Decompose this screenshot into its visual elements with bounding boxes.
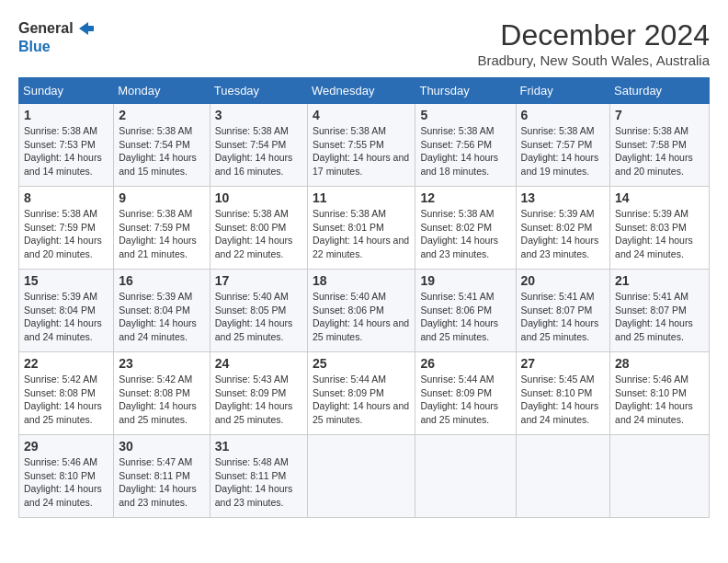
header-tuesday: Tuesday <box>210 78 307 104</box>
calendar-cell: 4 Sunrise: 5:38 AMSunset: 7:55 PMDayligh… <box>308 104 415 187</box>
day-info: Sunrise: 5:41 AMSunset: 8:06 PMDaylight:… <box>420 291 498 342</box>
day-number: 5 <box>420 108 510 122</box>
calendar-cell: 30 Sunrise: 5:47 AMSunset: 8:11 PMDaylig… <box>114 435 210 518</box>
day-info: Sunrise: 5:38 AMSunset: 7:53 PMDaylight:… <box>24 125 102 177</box>
day-number: 19 <box>420 273 510 288</box>
days-header-row: Sunday Monday Tuesday Wednesday Thursday… <box>19 78 710 104</box>
calendar-week-row: 22 Sunrise: 5:42 AMSunset: 8:08 PMDaylig… <box>19 352 710 435</box>
calendar-cell: 13 Sunrise: 5:39 AMSunset: 8:02 PMDaylig… <box>516 187 610 270</box>
header-friday: Friday <box>516 78 610 104</box>
calendar-cell: 17 Sunrise: 5:40 AMSunset: 8:05 PMDaylig… <box>210 270 307 352</box>
day-number: 12 <box>420 190 510 205</box>
header-thursday: Thursday <box>415 78 516 104</box>
day-info: Sunrise: 5:42 AMSunset: 8:08 PMDaylight:… <box>24 373 102 425</box>
calendar-cell: 7 Sunrise: 5:38 AMSunset: 7:58 PMDayligh… <box>610 104 710 187</box>
calendar-cell: 27 Sunrise: 5:45 AMSunset: 8:10 PMDaylig… <box>516 352 610 435</box>
logo-arrow-icon <box>75 18 96 39</box>
day-number: 10 <box>215 190 302 205</box>
day-number: 9 <box>119 190 204 205</box>
day-number: 16 <box>119 273 204 288</box>
day-info: Sunrise: 5:38 AMSunset: 8:01 PMDaylight:… <box>313 208 409 259</box>
logo: General Blue <box>18 18 96 55</box>
day-info: Sunrise: 5:38 AMSunset: 7:58 PMDaylight:… <box>615 125 693 177</box>
header-saturday: Saturday <box>610 78 710 104</box>
month-title: December 2024 <box>477 18 710 52</box>
svg-marker-0 <box>79 22 94 35</box>
day-info: Sunrise: 5:39 AMSunset: 8:04 PMDaylight:… <box>24 291 102 342</box>
day-info: Sunrise: 5:38 AMSunset: 7:59 PMDaylight:… <box>119 208 197 259</box>
day-info: Sunrise: 5:40 AMSunset: 8:05 PMDaylight:… <box>215 291 293 342</box>
day-info: Sunrise: 5:44 AMSunset: 8:09 PMDaylight:… <box>313 373 409 425</box>
day-info: Sunrise: 5:43 AMSunset: 8:09 PMDaylight:… <box>215 373 293 425</box>
calendar-cell: 18 Sunrise: 5:40 AMSunset: 8:06 PMDaylig… <box>308 270 415 352</box>
day-number: 18 <box>313 273 410 288</box>
header-monday: Monday <box>114 78 210 104</box>
day-number: 1 <box>24 108 108 122</box>
header-sunday: Sunday <box>19 78 114 104</box>
calendar-cell <box>415 435 516 518</box>
calendar-cell: 24 Sunrise: 5:43 AMSunset: 8:09 PMDaylig… <box>210 352 307 435</box>
calendar-cell: 3 Sunrise: 5:38 AMSunset: 7:54 PMDayligh… <box>210 104 307 187</box>
day-number: 24 <box>215 356 302 371</box>
calendar-cell: 1 Sunrise: 5:38 AMSunset: 7:53 PMDayligh… <box>19 104 114 187</box>
calendar-cell <box>308 435 415 518</box>
day-info: Sunrise: 5:48 AMSunset: 8:11 PMDaylight:… <box>215 456 293 508</box>
day-number: 20 <box>521 273 606 288</box>
day-info: Sunrise: 5:38 AMSunset: 7:57 PMDaylight:… <box>521 125 599 177</box>
day-number: 17 <box>215 273 302 288</box>
day-number: 14 <box>615 190 704 205</box>
day-number: 8 <box>24 190 108 205</box>
day-info: Sunrise: 5:38 AMSunset: 8:02 PMDaylight:… <box>420 208 498 259</box>
day-info: Sunrise: 5:40 AMSunset: 8:06 PMDaylight:… <box>313 291 409 342</box>
day-info: Sunrise: 5:46 AMSunset: 8:10 PMDaylight:… <box>24 456 102 508</box>
calendar-cell: 11 Sunrise: 5:38 AMSunset: 8:01 PMDaylig… <box>308 187 415 270</box>
calendar-cell: 2 Sunrise: 5:38 AMSunset: 7:54 PMDayligh… <box>114 104 210 187</box>
calendar-week-row: 15 Sunrise: 5:39 AMSunset: 8:04 PMDaylig… <box>19 270 710 352</box>
day-number: 13 <box>521 190 606 205</box>
calendar-cell: 10 Sunrise: 5:38 AMSunset: 8:00 PMDaylig… <box>210 187 307 270</box>
day-info: Sunrise: 5:39 AMSunset: 8:03 PMDaylight:… <box>615 208 693 259</box>
day-number: 28 <box>615 356 704 371</box>
day-info: Sunrise: 5:46 AMSunset: 8:10 PMDaylight:… <box>615 373 693 425</box>
day-number: 4 <box>313 108 410 122</box>
day-info: Sunrise: 5:38 AMSunset: 7:55 PMDaylight:… <box>313 125 409 177</box>
calendar-cell: 28 Sunrise: 5:46 AMSunset: 8:10 PMDaylig… <box>610 352 710 435</box>
day-number: 30 <box>119 439 204 454</box>
calendar-cell: 9 Sunrise: 5:38 AMSunset: 7:59 PMDayligh… <box>114 187 210 270</box>
day-number: 15 <box>24 273 108 288</box>
day-number: 3 <box>215 108 302 122</box>
calendar-cell <box>516 435 610 518</box>
day-number: 21 <box>615 273 704 288</box>
calendar-cell: 14 Sunrise: 5:39 AMSunset: 8:03 PMDaylig… <box>610 187 710 270</box>
calendar-cell: 25 Sunrise: 5:44 AMSunset: 8:09 PMDaylig… <box>308 352 415 435</box>
day-number: 26 <box>420 356 510 371</box>
day-info: Sunrise: 5:41 AMSunset: 8:07 PMDaylight:… <box>521 291 599 342</box>
calendar-cell: 20 Sunrise: 5:41 AMSunset: 8:07 PMDaylig… <box>516 270 610 352</box>
day-number: 31 <box>215 439 302 454</box>
day-number: 27 <box>521 356 606 371</box>
day-number: 7 <box>615 108 704 122</box>
day-info: Sunrise: 5:41 AMSunset: 8:07 PMDaylight:… <box>615 291 693 342</box>
calendar-week-row: 1 Sunrise: 5:38 AMSunset: 7:53 PMDayligh… <box>19 104 710 187</box>
day-info: Sunrise: 5:38 AMSunset: 7:56 PMDaylight:… <box>420 125 498 177</box>
day-number: 29 <box>24 439 108 454</box>
day-number: 6 <box>521 108 606 122</box>
day-number: 25 <box>313 356 410 371</box>
day-info: Sunrise: 5:44 AMSunset: 8:09 PMDaylight:… <box>420 373 498 425</box>
day-number: 11 <box>313 190 410 205</box>
day-info: Sunrise: 5:42 AMSunset: 8:08 PMDaylight:… <box>119 373 197 425</box>
day-number: 22 <box>24 356 108 371</box>
day-info: Sunrise: 5:38 AMSunset: 8:00 PMDaylight:… <box>215 208 293 259</box>
calendar-cell: 5 Sunrise: 5:38 AMSunset: 7:56 PMDayligh… <box>415 104 516 187</box>
day-info: Sunrise: 5:38 AMSunset: 7:59 PMDaylight:… <box>24 208 102 259</box>
day-info: Sunrise: 5:39 AMSunset: 8:02 PMDaylight:… <box>521 208 599 259</box>
day-info: Sunrise: 5:47 AMSunset: 8:11 PMDaylight:… <box>119 456 197 508</box>
calendar-cell: 26 Sunrise: 5:44 AMSunset: 8:09 PMDaylig… <box>415 352 516 435</box>
calendar-cell: 6 Sunrise: 5:38 AMSunset: 7:57 PMDayligh… <box>516 104 610 187</box>
day-info: Sunrise: 5:45 AMSunset: 8:10 PMDaylight:… <box>521 373 599 425</box>
calendar-cell: 29 Sunrise: 5:46 AMSunset: 8:10 PMDaylig… <box>19 435 114 518</box>
title-block: December 2024 Bradbury, New South Wales,… <box>477 18 710 68</box>
calendar-cell: 15 Sunrise: 5:39 AMSunset: 8:04 PMDaylig… <box>19 270 114 352</box>
calendar-cell: 21 Sunrise: 5:41 AMSunset: 8:07 PMDaylig… <box>610 270 710 352</box>
calendar-cell: 8 Sunrise: 5:38 AMSunset: 7:59 PMDayligh… <box>19 187 114 270</box>
